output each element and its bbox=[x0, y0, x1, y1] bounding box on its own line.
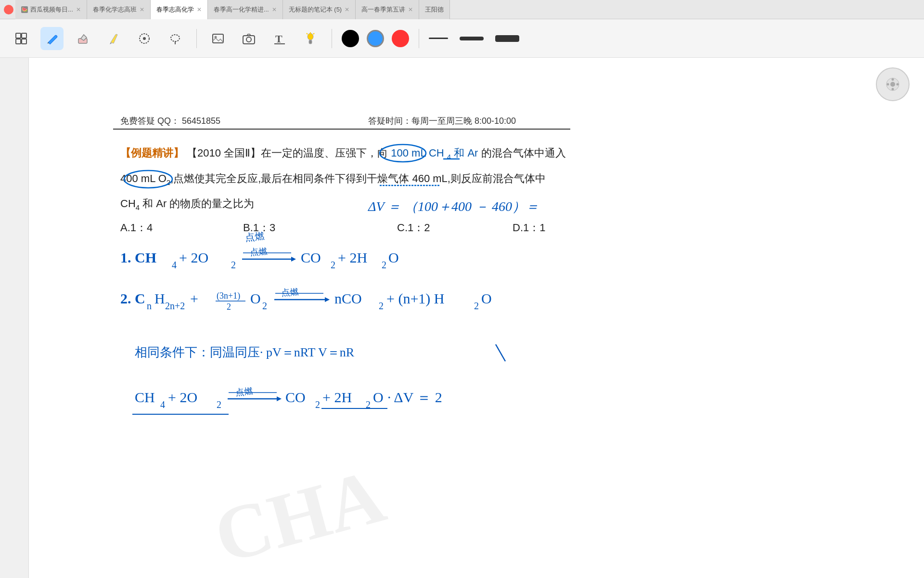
svg-text:点燃: 点燃 bbox=[281, 287, 299, 298]
svg-text:D.1：1: D.1：1 bbox=[513, 222, 545, 234]
image-tool-button[interactable] bbox=[206, 27, 230, 50]
svg-point-21 bbox=[890, 82, 895, 87]
tab-close-btn[interactable]: ✕ bbox=[76, 6, 81, 13]
svg-text:400 mL O2,点燃使其完全反应,最后在相同条件下得到干: 400 mL O2,点燃使其完全反应,最后在相同条件下得到干燥气体 460 mL… bbox=[120, 172, 546, 186]
tab-label: 无标题的笔记本 (5) bbox=[289, 5, 342, 14]
stroke-medium-button[interactable] bbox=[460, 37, 484, 40]
svg-text:2: 2 bbox=[315, 399, 320, 410]
svg-text:O: O bbox=[481, 290, 492, 306]
svg-line-75 bbox=[496, 344, 505, 361]
tab-spring-advance[interactable]: 春季高一化学精进... ✕ bbox=[208, 0, 283, 19]
svg-text:2: 2 bbox=[227, 302, 231, 312]
tab-spring-chem2[interactable]: 春季志高化学 ✕ bbox=[151, 0, 208, 19]
svg-rect-3 bbox=[22, 39, 26, 44]
window-close-button[interactable]: ✕ bbox=[4, 5, 13, 14]
svg-text:+ 2H: + 2H bbox=[322, 389, 352, 405]
svg-point-23 bbox=[892, 88, 894, 91]
svg-text:O: O bbox=[373, 389, 384, 405]
color-blue-button[interactable] bbox=[367, 30, 384, 47]
svg-text:2: 2 bbox=[366, 399, 371, 410]
tab-notebook[interactable]: 无标题的笔记本 (5) ✕ bbox=[283, 0, 356, 19]
tab-close-btn[interactable]: ✕ bbox=[345, 6, 349, 13]
tab-lecture5[interactable]: 高一春季第五讲 ✕ bbox=[356, 0, 419, 19]
tab-label: 春季高一化学精进... bbox=[214, 5, 269, 14]
svg-marker-66 bbox=[325, 297, 330, 302]
svg-text:+ 2H: + 2H bbox=[338, 250, 367, 265]
svg-text:CH4 和 Ar 的物质的量之比为: CH4 和 Ar 的物质的量之比为 bbox=[120, 197, 254, 211]
svg-text:O: O bbox=[250, 290, 261, 306]
whiteboard[interactable]: 免费答疑 QQ： 56451855 答疑时间：每周一至周三晚 8:00-10:0… bbox=[29, 58, 924, 578]
svg-rect-9 bbox=[213, 34, 223, 43]
svg-text:2: 2 bbox=[217, 399, 221, 410]
select-rect-button[interactable] bbox=[133, 27, 156, 50]
sidebar-left bbox=[0, 58, 29, 578]
tab-close-btn[interactable]: ✕ bbox=[408, 6, 413, 13]
tab-close-btn[interactable]: ✕ bbox=[272, 6, 277, 13]
svg-text:ΔV ＝ （100＋400 － 460）＝: ΔV ＝ （100＋400 － 460）＝ bbox=[368, 199, 539, 214]
svg-marker-81 bbox=[277, 396, 282, 401]
svg-rect-0 bbox=[16, 33, 21, 38]
svg-text:O: O bbox=[388, 250, 399, 265]
svg-text:点燃: 点燃 bbox=[245, 231, 265, 243]
tab-spring-chem[interactable]: 春季化学志高班 ✕ bbox=[87, 0, 151, 19]
svg-point-24 bbox=[887, 83, 889, 86]
svg-point-15 bbox=[308, 33, 313, 40]
shape-tool-button[interactable] bbox=[299, 27, 322, 50]
tab-label: 西瓜视频每日... bbox=[30, 5, 73, 14]
svg-text:C.1：2: C.1：2 bbox=[397, 222, 430, 234]
svg-text:CO: CO bbox=[301, 250, 321, 265]
tab-wangyang[interactable]: 王阳德 bbox=[419, 0, 450, 19]
tab-close-btn[interactable]: ✕ bbox=[140, 6, 144, 13]
marker-tool-button[interactable] bbox=[102, 27, 125, 50]
svg-point-7 bbox=[171, 35, 180, 41]
svg-text:·  ΔV ＝ 2: · ΔV ＝ 2 bbox=[387, 389, 442, 405]
svg-text:2: 2 bbox=[382, 260, 386, 270]
float-action-button[interactable] bbox=[876, 67, 910, 101]
svg-rect-14 bbox=[274, 43, 285, 44]
svg-text:H: H bbox=[154, 290, 165, 306]
svg-text:答疑时间：每周一至周三晚 8:00-10:00: 答疑时间：每周一至周三晚 8:00-10:00 bbox=[368, 116, 516, 126]
svg-line-18 bbox=[313, 33, 314, 34]
tab-label: 高一春季第五讲 bbox=[361, 5, 405, 14]
toolbar: T bbox=[0, 19, 924, 58]
svg-text:2: 2 bbox=[262, 301, 267, 311]
eraser-tool-button[interactable] bbox=[71, 27, 94, 50]
camera-tool-button[interactable] bbox=[237, 27, 260, 50]
svg-text:CHA: CHA bbox=[206, 452, 394, 578]
tab-bar: 🍉 西瓜视频每日... ✕ 春季化学志高班 ✕ 春季志高化学 ✕ 春季高一化学精… bbox=[15, 0, 924, 19]
svg-text:n: n bbox=[147, 301, 152, 311]
text-tool-button[interactable]: T bbox=[268, 27, 291, 50]
lasso-tool-button[interactable] bbox=[164, 27, 187, 50]
tab-label: 春季化学志高班 bbox=[93, 5, 137, 14]
tab-xigua[interactable]: 🍉 西瓜视频每日... ✕ bbox=[15, 0, 87, 19]
svg-text:2. C: 2. C bbox=[120, 290, 145, 306]
tab-favicon-xigua: 🍉 bbox=[21, 6, 28, 13]
layout-tool-button[interactable] bbox=[10, 27, 33, 50]
color-black-button[interactable] bbox=[342, 30, 359, 47]
stroke-thick-button[interactable] bbox=[495, 35, 519, 42]
color-red-button[interactable] bbox=[392, 30, 409, 47]
pen-tool-button[interactable] bbox=[40, 27, 64, 50]
svg-marker-47 bbox=[291, 257, 296, 262]
svg-rect-1 bbox=[22, 33, 26, 38]
svg-rect-16 bbox=[309, 40, 312, 44]
svg-text:2: 2 bbox=[331, 260, 335, 270]
titlebar: ✕ 🍉 西瓜视频每日... ✕ 春季化学志高班 ✕ 春季志高化学 ✕ 春季高一化… bbox=[0, 0, 924, 19]
stroke-thin-button[interactable] bbox=[429, 38, 448, 39]
svg-text:T: T bbox=[275, 33, 282, 45]
svg-text:B.1：3: B.1：3 bbox=[243, 222, 275, 234]
svg-text:点燃: 点燃 bbox=[235, 386, 254, 397]
svg-text:(3n+1): (3n+1) bbox=[217, 291, 240, 301]
svg-point-6 bbox=[143, 37, 146, 40]
tab-close-btn[interactable]: ✕ bbox=[197, 6, 202, 13]
svg-point-22 bbox=[892, 79, 894, 81]
svg-text:免费答疑 QQ：  56451855: 免费答疑 QQ： 56451855 bbox=[120, 116, 220, 126]
svg-line-19 bbox=[307, 33, 308, 34]
svg-rect-2 bbox=[16, 39, 21, 44]
svg-point-33 bbox=[124, 171, 172, 188]
svg-text:4: 4 bbox=[160, 399, 165, 410]
svg-point-12 bbox=[246, 37, 251, 42]
svg-text:A.1：4: A.1：4 bbox=[120, 222, 153, 234]
svg-text:+ (n+1) H: + (n+1) H bbox=[386, 290, 444, 307]
svg-text:2: 2 bbox=[379, 301, 384, 311]
